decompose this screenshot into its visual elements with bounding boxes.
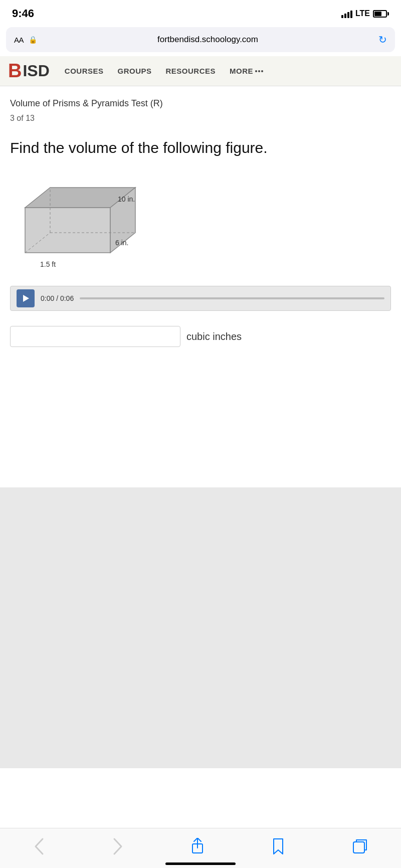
video-player: 0:00 / 0:06 <box>10 286 391 311</box>
answer-row: cubic inches <box>10 326 391 347</box>
dim-2: 6 in. <box>115 239 128 247</box>
test-title: Volume of Prisms & Pyramids Test (R) <box>10 98 391 109</box>
back-button[interactable] <box>28 835 51 858</box>
nav-groups[interactable]: GROUPS <box>117 67 151 75</box>
svg-text:1.5 ft: 1.5 ft <box>40 260 56 268</box>
nav-bar: B ISD COURSES GROUPS RESOURCES MORE <box>0 56 401 86</box>
answer-unit: cubic inches <box>186 331 242 342</box>
play-icon <box>23 295 29 302</box>
svg-rect-10 <box>353 842 364 853</box>
bookmark-button[interactable] <box>266 836 291 857</box>
question-text: Find the volume of the following figure. <box>10 138 391 157</box>
logo-letter-b: B <box>8 60 22 82</box>
nav-resources[interactable]: RESOURCES <box>166 67 216 75</box>
svg-text:6 in.: 6 in. <box>115 239 128 247</box>
status-icons: LTE <box>341 9 389 18</box>
play-button[interactable] <box>17 289 35 307</box>
refresh-button[interactable]: ↻ <box>378 34 387 46</box>
forward-button[interactable] <box>106 835 129 858</box>
signal-icon <box>341 9 352 18</box>
prism-figure: 10 in. 6 in. 1.5 ft <box>10 178 170 273</box>
figure-container: 10 in. 6 in. 1.5 ft <box>10 172 391 278</box>
svg-marker-0 <box>25 208 110 253</box>
nav-courses[interactable]: COURSES <box>65 67 104 75</box>
video-time: 0:00 / 0:06 <box>41 294 74 302</box>
logo-text: ISD <box>23 62 49 80</box>
dim-1: 10 in. <box>118 195 135 203</box>
nav-more[interactable]: MORE <box>230 67 263 75</box>
status-time: 9:46 <box>12 7 34 20</box>
three-dots-icon <box>255 70 263 72</box>
url-bar[interactable]: fortbendisd.schoology.com <box>42 35 373 45</box>
home-indicator <box>165 862 236 865</box>
dim-3: 1.5 ft <box>40 260 56 268</box>
share-button[interactable] <box>184 836 211 857</box>
status-bar: 9:46 LTE <box>0 0 401 25</box>
tabs-button[interactable] <box>346 837 373 856</box>
progress-bar[interactable] <box>80 297 384 299</box>
lte-label: LTE <box>355 9 370 18</box>
logo: B ISD <box>8 60 50 82</box>
content-area: Volume of Prisms & Pyramids Test (R) 3 o… <box>0 86 401 487</box>
aa-button[interactable]: AA <box>14 36 24 44</box>
browser-bar[interactable]: AA 🔒 fortbendisd.schoology.com ↻ <box>6 27 395 52</box>
svg-text:10 in.: 10 in. <box>118 195 135 203</box>
nav-items: COURSES GROUPS RESOURCES MORE <box>65 67 393 75</box>
lock-icon: 🔒 <box>29 36 37 44</box>
bottom-nav <box>0 828 401 868</box>
question-counter: 3 of 13 <box>10 114 391 123</box>
battery-icon <box>373 10 389 18</box>
gray-bottom-area <box>0 487 401 768</box>
nav-more-label: MORE <box>230 67 253 75</box>
answer-input[interactable] <box>10 326 180 347</box>
